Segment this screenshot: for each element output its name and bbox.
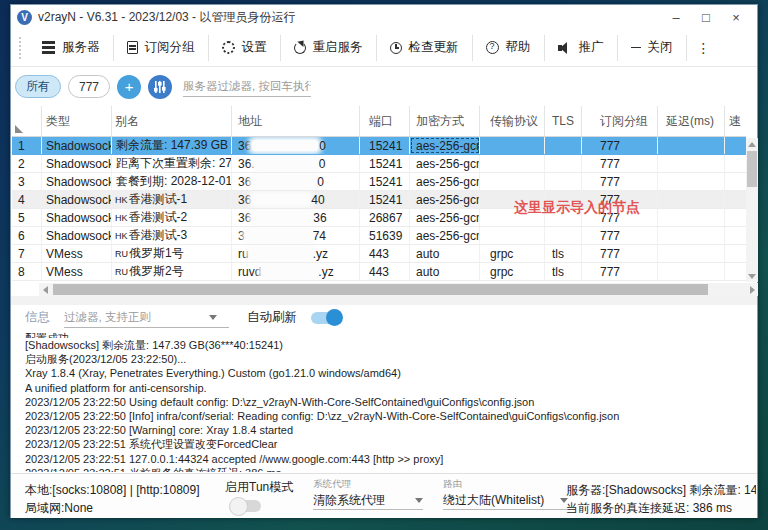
address-censor-blur [262, 266, 317, 277]
system-proxy-label: 系统代理 [313, 478, 351, 491]
cell-transport [480, 137, 545, 154]
address-censor-blur [252, 140, 318, 151]
header-address[interactable]: 地址 [232, 106, 360, 136]
toolbar-button[interactable]: 订阅分组 [114, 35, 209, 61]
routing-select[interactable]: 绕过大陆(Whitelist) [443, 492, 568, 510]
table-header: 类型 别名 地址 端口 加密方式 传输协议 TLS 订阅分组 延迟(ms) 速 [12, 106, 746, 137]
panel-splitter[interactable] [11, 296, 757, 305]
header-rownum[interactable] [12, 106, 42, 136]
cell-delay [658, 191, 725, 208]
close-button[interactable]: × [721, 10, 751, 25]
table-row[interactable]: 4 Shadowsocks HK香港测试-1 3640 15241 aes-25… [12, 191, 746, 209]
toolbar-button[interactable]: 设置 [209, 35, 281, 61]
routing-label: 路由 [443, 478, 462, 491]
table-row[interactable]: 6 Shadowsocks HK香港测试-3 374 51639 aes-256… [12, 227, 746, 245]
cell-port: 15241 [360, 137, 410, 154]
address-prefix: 36. [238, 157, 255, 171]
tab-info[interactable]: 信息 [25, 309, 50, 326]
subscription-filter-row: 所有 777 + [11, 67, 757, 106]
cell-transport [480, 227, 545, 244]
server-filter-input[interactable] [183, 77, 311, 97]
header-delay[interactable]: 延迟(ms) [658, 106, 725, 136]
auto-refresh-toggle[interactable] [311, 312, 341, 324]
toolbar-button-icon [222, 41, 235, 54]
scroll-left-icon[interactable] [39, 284, 51, 296]
table-row[interactable]: 2 Shadowsocks 距离下次重置剩余: 27 天 36.0 15241 … [12, 155, 746, 173]
cell-alias: 剩余流量: 147.39 GB [112, 137, 232, 154]
table-row[interactable]: 8 VMess RU俄罗斯2号 ruvd.yz 443 auto grpc tl… [12, 263, 746, 281]
table-row[interactable]: 3 Shadowsocks 套餐到期: 2028-12-01 360 15241… [12, 173, 746, 191]
address-prefix: ruvd [238, 265, 261, 279]
cell-port: 443 [360, 245, 410, 262]
scroll-down-icon[interactable] [746, 270, 758, 282]
scroll-right-icon[interactable] [746, 283, 758, 296]
cell-tls [545, 173, 582, 190]
toolbar-grip[interactable] [19, 37, 23, 59]
subscription-pill-all[interactable]: 所有 [15, 75, 61, 98]
toolbar-button[interactable]: 推广 [545, 35, 618, 61]
chevron-down-icon[interactable] [209, 315, 217, 320]
cell-port: 51639 [360, 227, 410, 244]
toolbar-button[interactable]: 重启服务 [281, 35, 377, 61]
address-prefix: 36 [238, 211, 251, 225]
log-line: 2023/12/05 23:22:51 系统代理设置改变ForcedClear [25, 437, 751, 451]
alias-text: 剩余流量: 147.39 GB [116, 137, 228, 154]
table-row[interactable]: 1 Shadowsocks 剩余流量: 147.39 GB 360 15241 … [12, 137, 746, 155]
log-line: A unified platform for anti-censorship. [25, 381, 751, 395]
maximize-button[interactable]: □ [691, 10, 721, 25]
cell-port: 443 [360, 263, 410, 280]
cell-subgroup: 777 [582, 245, 658, 262]
lan-info: 局域网:None [25, 500, 93, 517]
title-bar: V v2rayN - V6.31 - 2023/12/03 - 以管理员身份运行… [11, 5, 757, 29]
filter-button[interactable] [148, 75, 172, 99]
more-menu-button[interactable]: ⋮ [687, 35, 722, 61]
cell-rownum: 5 [12, 209, 42, 226]
cell-transport [480, 209, 545, 226]
header-subgroup[interactable]: 订阅分组 [582, 106, 658, 136]
add-subscription-button[interactable]: + [117, 75, 141, 99]
auto-refresh-label: 自动刷新 [247, 309, 297, 326]
address-suffix: .yz [313, 247, 328, 261]
info-panel-header: 信息 自动刷新 [11, 305, 757, 330]
toolbar-button[interactable]: 服务器 [29, 35, 114, 61]
toolbar-button-label: 服务器 [62, 39, 100, 56]
subscription-pill-777[interactable]: 777 [68, 75, 110, 98]
toolbar-button[interactable]: 检查更新 [377, 35, 473, 61]
toolbar-button-label: 订阅分组 [145, 39, 195, 56]
toolbar: 服务器 订阅分组 设置 重启服务 [11, 29, 757, 67]
log-filter-input[interactable] [64, 311, 209, 323]
cell-speed [725, 227, 745, 244]
header-speed[interactable]: 速 [725, 106, 745, 136]
toolbar-button[interactable]: 帮助 [473, 35, 545, 61]
header-tls[interactable]: TLS [545, 106, 582, 136]
table-row[interactable]: 5 Shadowsocks HK香港测试-2 3636 26867 aes-25… [12, 209, 746, 227]
alias-country-prefix: RU [115, 267, 128, 277]
log-filter-combobox[interactable] [64, 307, 229, 328]
toolbar-button-icon [558, 42, 572, 54]
cell-rownum: 2 [12, 155, 42, 172]
scroll-up-icon[interactable] [746, 138, 758, 150]
toolbar-button-icon [127, 41, 138, 54]
tun-mode-toggle[interactable] [231, 500, 261, 512]
address-suffix: 40 [311, 193, 324, 207]
header-port[interactable]: 端口 [360, 106, 410, 136]
toolbar-button[interactable]: 关闭 [618, 35, 687, 61]
header-alias[interactable]: 别名 [112, 106, 232, 136]
cell-transport [480, 155, 545, 172]
header-security[interactable]: 加密方式 [410, 106, 480, 136]
horizontal-scroll-thumb[interactable] [53, 284, 708, 295]
vertical-scroll-thumb[interactable] [747, 151, 757, 187]
minimize-button[interactable]: – [661, 10, 691, 25]
header-transport[interactable]: 传输协议 [480, 106, 545, 136]
cell-address: 3640 [232, 191, 360, 208]
table-row[interactable]: 7 VMess RU俄罗斯1号 ru.yz 443 auto grpc tls … [12, 245, 746, 263]
system-proxy-select[interactable]: 清除系统代理 [313, 492, 423, 510]
desktop-background: V v2rayN - V6.31 - 2023/12/03 - 以管理员身份运行… [0, 0, 768, 530]
address-censor-blur [246, 230, 312, 241]
chevron-down-icon [415, 498, 423, 503]
horizontal-scrollbar[interactable] [39, 283, 746, 296]
header-type[interactable]: 类型 [42, 106, 112, 136]
vertical-scrollbar[interactable] [746, 138, 758, 282]
toolbar-button-icon [486, 41, 499, 54]
cell-security: auto [410, 245, 480, 262]
